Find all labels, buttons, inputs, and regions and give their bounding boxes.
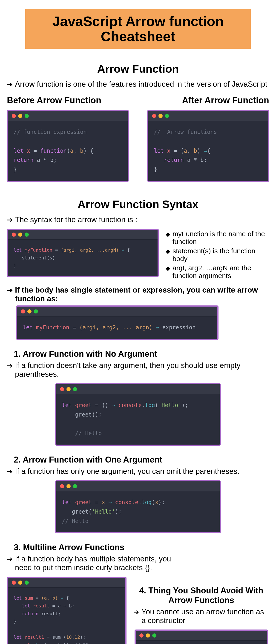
window-dot-yellow-icon xyxy=(18,114,22,118)
window-dot-yellow-icon xyxy=(158,114,162,118)
diamond-icon xyxy=(166,264,170,280)
sub3-bullet: If a function body has multiple statemen… xyxy=(7,554,172,572)
syntax-bullet-3: argI, arg2, …argN are the function argum… xyxy=(166,264,269,280)
sub2-code-wrap: let greet = x ⇒ console.log(x); greet('H… xyxy=(7,480,269,533)
section-heading-syntax: Arrow Function Syntax xyxy=(7,198,269,211)
syntax-bullet-1: myFunction is the name of the function xyxy=(166,230,269,246)
intro-text: Arrow function is one of the features in… xyxy=(15,80,269,88)
after-heading: After Arrow Function xyxy=(147,96,269,105)
code-body-single: let myFunction = (argi, arg2, ... argn) … xyxy=(17,316,217,339)
window-dot-yellow-icon xyxy=(18,580,22,585)
window-bar xyxy=(56,384,220,394)
window-dot-red-icon xyxy=(12,114,16,118)
code-body-no-arg: let greet = () ⇒ console.log('Hello'); g… xyxy=(56,394,220,444)
section-heading-arrow-function: Arrow Function xyxy=(7,62,269,75)
syntax-intro-text: The syntax for the arrow function is : xyxy=(15,215,269,224)
window-bar xyxy=(17,306,217,316)
window-dot-green-icon xyxy=(24,114,29,118)
sub-heading-one-arg: 2. Arrow Function with One Argument xyxy=(14,455,269,464)
code-body-syntax: let myFunction = (argi, arg2, ...argN) ⇒… xyxy=(8,240,158,276)
window-dot-green-icon xyxy=(165,114,169,118)
sub-heading-multiline: 3. Multiline Arrow Functions xyxy=(14,542,269,552)
sub-heading-no-arg: 1. Arrow Function with No Argument xyxy=(14,349,269,359)
code-window-after: // Arrow functions let x = (a, b) ⇒{ ret… xyxy=(147,110,269,182)
arrow-right-icon xyxy=(7,215,13,224)
window-dot-red-icon xyxy=(12,232,16,237)
window-dot-green-icon xyxy=(73,387,77,391)
code-window-avoid: let Foo = 0 ⇒ {}; let foo = new Foo(); /… xyxy=(134,630,268,644)
title-banner: JavaScript Arrow function Cheatsheet xyxy=(25,9,251,49)
page-title: JavaScript Arrow function Cheatsheet xyxy=(32,14,244,44)
code-body-avoid: let Foo = 0 ⇒ {}; let foo = new Foo(); /… xyxy=(136,640,267,644)
single-line-text: If the body has single statement or expr… xyxy=(15,286,269,303)
window-bar xyxy=(8,578,125,588)
window-dot-yellow-icon xyxy=(66,484,70,488)
window-bar xyxy=(148,111,268,121)
arrow-right-icon xyxy=(7,361,13,370)
before-heading: Before Arrow Function xyxy=(7,96,129,105)
syntax-bullet-2: statement(s) is the function body xyxy=(166,247,269,263)
sub2-text: If a function has only one argument, you… xyxy=(15,467,269,476)
window-bar xyxy=(8,111,128,121)
diamond-icon xyxy=(166,230,170,246)
sub1-text: If a function doesn't take any argument,… xyxy=(15,361,269,378)
arrow-right-icon xyxy=(134,608,139,616)
code-body-one-arg: let greet = x ⇒ console.log(x); greet('H… xyxy=(56,491,220,532)
single-code-wrap: let myFunction = (argi, arg2, ... argn) … xyxy=(7,306,269,340)
code-body-after: // Arrow functions let x = (a, b) ⇒{ ret… xyxy=(148,121,268,181)
code-window-one-arg: let greet = x ⇒ console.log(x); greet('H… xyxy=(55,480,221,533)
window-dot-yellow-icon xyxy=(66,387,70,391)
diamond-icon xyxy=(166,247,170,263)
syntax-bullets: myFunction is the name of the function s… xyxy=(166,228,269,281)
window-bar xyxy=(136,631,267,640)
after-column: After Arrow Function // Arrow functions … xyxy=(147,96,269,182)
window-dot-red-icon xyxy=(12,580,16,585)
intro-bullet: Arrow function is one of the features in… xyxy=(7,80,269,88)
window-dot-yellow-icon xyxy=(27,309,32,314)
sub-heading-avoid: 4. Thing You Should Avoid With Arrow Fun… xyxy=(134,586,269,605)
window-dot-green-icon xyxy=(34,309,38,314)
window-dot-green-icon xyxy=(24,232,29,237)
window-dot-green-icon xyxy=(24,580,29,585)
code-window-multiline: let sum = (a, b) ⇒ { let result = a + b;… xyxy=(7,576,126,644)
bottom-right: 4. Thing You Should Avoid With Arrow Fun… xyxy=(134,576,269,644)
syntax-intro-bullet: The syntax for the arrow function is : xyxy=(7,215,269,224)
window-dot-yellow-icon xyxy=(18,232,22,237)
window-dot-red-icon xyxy=(140,634,144,638)
before-column: Before Arrow Function // function expres… xyxy=(7,96,129,182)
cheatsheet-page: JavaScript Arrow function Cheatsheet Arr… xyxy=(0,0,276,644)
sub1-code-wrap: let greet = () ⇒ console.log('Hello'); g… xyxy=(7,383,269,446)
before-after-row: Before Arrow Function // function expres… xyxy=(7,96,269,182)
code-window-single: let myFunction = (argi, arg2, ... argn) … xyxy=(16,306,218,340)
window-dot-red-icon xyxy=(21,309,25,314)
sub2-bullet: If a function has only one argument, you… xyxy=(7,467,269,476)
arrow-right-icon xyxy=(7,467,13,476)
window-dot-yellow-icon xyxy=(146,634,150,638)
code-window-before: // function expression let x = function(… xyxy=(7,110,129,182)
window-dot-green-icon xyxy=(152,634,156,638)
window-bar xyxy=(8,230,158,240)
syntax-row: let myFunction = (argi, arg2, ...argN) ⇒… xyxy=(7,228,269,281)
window-dot-red-icon xyxy=(152,114,156,118)
window-bar xyxy=(56,482,220,491)
arrow-right-icon xyxy=(7,80,13,88)
window-dot-red-icon xyxy=(60,484,64,488)
bottom-left: let sum = (a, b) ⇒ { let result = a + b;… xyxy=(7,576,126,644)
single-line-bullet: If the body has single statement or expr… xyxy=(7,286,269,303)
arrow-right-icon xyxy=(7,554,13,563)
arrow-right-icon xyxy=(7,286,13,294)
code-body-multiline: let sum = (a, b) ⇒ { let result = a + b;… xyxy=(8,588,125,644)
window-dot-green-icon xyxy=(73,484,77,488)
sub4-text: You cannot use an arrow function as a co… xyxy=(142,608,269,625)
sub3-text: If a function body has multiple statemen… xyxy=(15,554,172,572)
window-dot-red-icon xyxy=(60,387,64,391)
code-window-no-arg: let greet = () ⇒ console.log('Hello'); g… xyxy=(55,383,221,446)
code-window-syntax: let myFunction = (argi, arg2, ...argN) ⇒… xyxy=(7,228,159,277)
sub1-bullet: If a function doesn't take any argument,… xyxy=(7,361,269,378)
code-body-before: // function expression let x = function(… xyxy=(8,121,128,181)
bottom-row: let sum = (a, b) ⇒ { let result = a + b;… xyxy=(7,576,269,644)
sub4-bullet: You cannot use an arrow function as a co… xyxy=(134,608,269,625)
